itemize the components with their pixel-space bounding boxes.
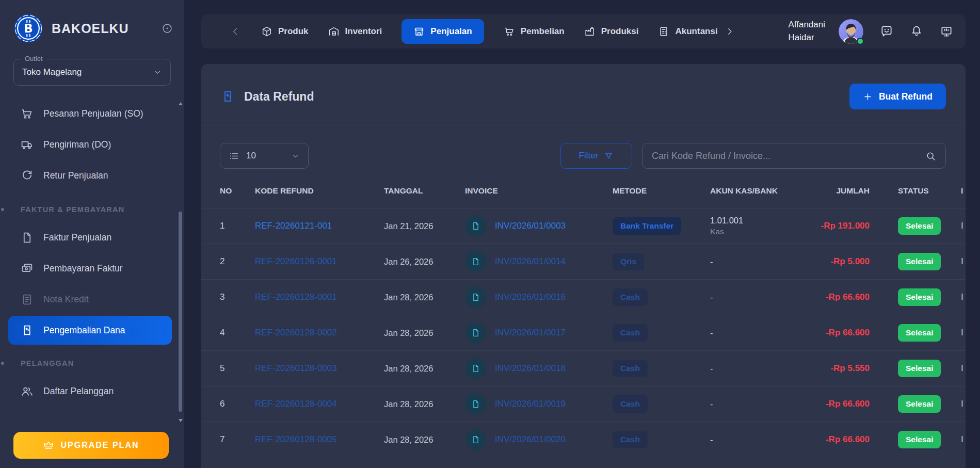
col-status: STATUS [877,181,956,208]
upgrade-plan-label: UPGRADE PLAN [60,441,139,450]
clipped-cell: I [956,244,966,280]
tab-inventori[interactable]: Inventori [328,26,382,37]
sidebar-item-daftar-pelanggan[interactable]: Daftar Pelanggan [0,376,184,407]
scrollbar-thumb[interactable] [179,212,182,412]
tab-pembelian[interactable]: Pembelian [504,26,565,37]
table-row: 4 REF-20260128-0002 Jan 28, 2026 INV/202… [201,315,966,351]
status-badge: Selesai [898,217,941,235]
sidebar-section-pelanggan: PELANGGAN [0,351,184,376]
panel-header: Data Refund Buat Refund [201,64,966,125]
payment-method-badge: Cash [613,288,648,306]
tab-akuntansi[interactable]: Akuntansi [658,26,717,37]
brand-name: BAKOELKU [52,21,129,36]
refund-code-link[interactable]: REF-20260128-0003 [255,363,337,373]
user-name[interactable]: Affandani Haidar [788,19,825,44]
invoice-file-icon[interactable] [465,251,487,272]
tab-produksi[interactable]: Produksi [584,26,639,37]
sidebar-item-pengiriman[interactable]: Pengiriman (DO) [0,129,184,160]
invoice-link[interactable]: INV/2026/01/0014 [495,256,566,267]
col-no: NO [201,181,255,208]
outlet-selector[interactable]: Outlet Toko Magelang [13,59,171,86]
sidebar-toggle-icon[interactable] [162,23,173,34]
outlet-value: Toko Magelang [22,67,82,77]
invoice-link[interactable]: INV/2026/01/0018 [495,363,566,374]
table-row: 6 REF-20260128-0004 Jan 28, 2026 INV/202… [201,386,966,422]
page-title: Data Refund [244,90,314,104]
sidebar-item-pembayaran-faktur[interactable]: Pembayaran Faktur [0,253,184,284]
sidebar-item-retur-penjualan[interactable]: Retur Penjualan [0,160,184,191]
refund-code-link[interactable]: REF-20260128-0002 [255,328,337,337]
refund-code-link[interactable]: REF-20260128-0004 [255,399,337,409]
refund-code-link[interactable]: REF-20260128-0005 [255,434,337,444]
col-jumlah: JUMLAH [815,181,877,208]
search-icon[interactable] [925,151,936,162]
upgrade-plan-button[interactable]: UPGRADE PLAN [13,432,169,459]
invoice-link[interactable]: INV/2026/01/0019 [495,399,566,409]
filter-button[interactable]: Filter [560,143,632,169]
invoice-link[interactable]: INV/2026/01/0016 [495,292,566,302]
table-row: 3 REF-20260128-0001 Jan 28, 2026 INV/202… [201,280,966,315]
chat-icon[interactable] [880,25,893,38]
refund-amount: -Rp 66.600 [815,315,877,351]
tab-produk[interactable]: Produk [261,26,309,37]
sidebar-item-faktur-penjualan[interactable]: Faktur Penjualan [0,222,184,253]
header-divider [201,125,966,125]
refund-table: NO KODE REFUND TANGGAL INVOICE METODE AK… [201,181,966,457]
payment-method-badge: Cash [613,431,648,448]
refund-amount: -Rp 66.600 [815,386,877,422]
module-tabs: Produk Inventori Penjualan Pembelian Pro… [261,19,718,44]
sidebar-item-pengembalian-dana[interactable]: Pengembalian Dana [8,316,172,345]
crown-icon [43,440,54,451]
sidebar-item-label: Nota Kredit [43,294,89,305]
refund-code-link[interactable]: REF-20260121-001 [255,221,332,231]
create-refund-button[interactable]: Buat Refund [849,84,946,109]
invoice-file-icon[interactable] [465,286,487,308]
refund-date: Jan 26, 2026 [384,244,465,280]
invoice-file-icon[interactable] [465,393,487,415]
invoice-file-icon[interactable] [465,358,487,379]
page-size-select[interactable]: 10 [220,143,309,169]
document-icon [21,231,34,244]
invoice-link[interactable]: INV/2026/01/0017 [495,328,566,338]
page-size-value: 10 [246,151,256,161]
sidebar-section-faktur-pembayaran: FAKTUR & PEMBAYARAN [0,197,184,222]
refund-date: Jan 28, 2026 [384,386,465,422]
status-badge: Selesai [898,253,941,270]
scroll-up-arrow-icon[interactable] [179,102,183,105]
invoice-file-icon[interactable] [465,215,487,237]
invoice-file-icon[interactable] [465,322,487,344]
pos-monitor-icon[interactable] [940,25,953,38]
refund-code-link[interactable]: REF-20260128-0001 [255,292,337,302]
chevron-down-icon [291,152,300,160]
sidebar-item-pesanan-penjualan[interactable]: Pesanan Penjualan (SO) [0,98,184,129]
payment-method-badge: Bank Transfer [613,217,681,235]
invoice-file-icon[interactable] [465,429,487,450]
tab-label: Akuntansi [675,26,717,37]
online-status-dot [857,38,864,45]
bell-icon[interactable] [910,25,923,38]
user-avatar[interactable] [839,19,863,44]
sidebar-scrollbar[interactable] [178,102,183,422]
search-input[interactable] [652,151,925,162]
create-refund-label: Buat Refund [879,91,933,102]
storefront-icon [413,26,425,37]
nav-scroll-right-icon[interactable] [725,27,734,36]
sidebar-item-nota-kredit[interactable]: Nota Kredit [0,284,184,315]
invoice-link[interactable]: INV/2026/01/0003 [495,221,566,231]
tab-penjualan[interactable]: Penjualan [401,19,484,44]
nav-scroll-left-icon[interactable] [230,26,240,37]
refund-date: Jan 28, 2026 [384,315,465,351]
account-code: - [710,327,815,338]
funnel-icon [604,151,614,161]
sidebar: B BAKOELKU Outlet Toko Magelang Pesanan … [0,0,184,468]
panel-title-wrap: Data Refund [221,90,314,104]
scroll-down-arrow-icon[interactable] [179,419,183,422]
status-badge: Selesai [898,324,941,342]
row-number: 5 [201,351,255,386]
refund-code-link[interactable]: REF-20260126-0001 [255,256,337,266]
invoice-link[interactable]: INV/2026/01/0020 [495,434,566,445]
outlet-label: Outlet [21,55,46,62]
note-icon [21,293,34,306]
table-row: 5 REF-20260128-0003 Jan 28, 2026 INV/202… [201,351,966,386]
clipped-cell: I [956,386,966,422]
